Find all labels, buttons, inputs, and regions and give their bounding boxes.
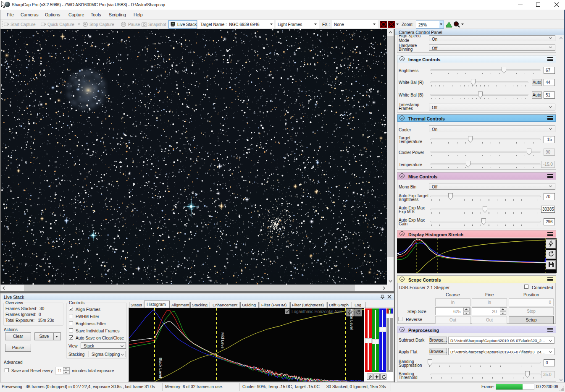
svg-text:White Level: White Level — [350, 309, 354, 330]
svg-text:Black Level: Black Level — [158, 358, 163, 378]
svg-text:Logarithmic Horizontal Axis: Logarithmic Horizontal Axis — [292, 309, 342, 314]
svg-text:Mid Level: Mid Level — [221, 332, 225, 350]
